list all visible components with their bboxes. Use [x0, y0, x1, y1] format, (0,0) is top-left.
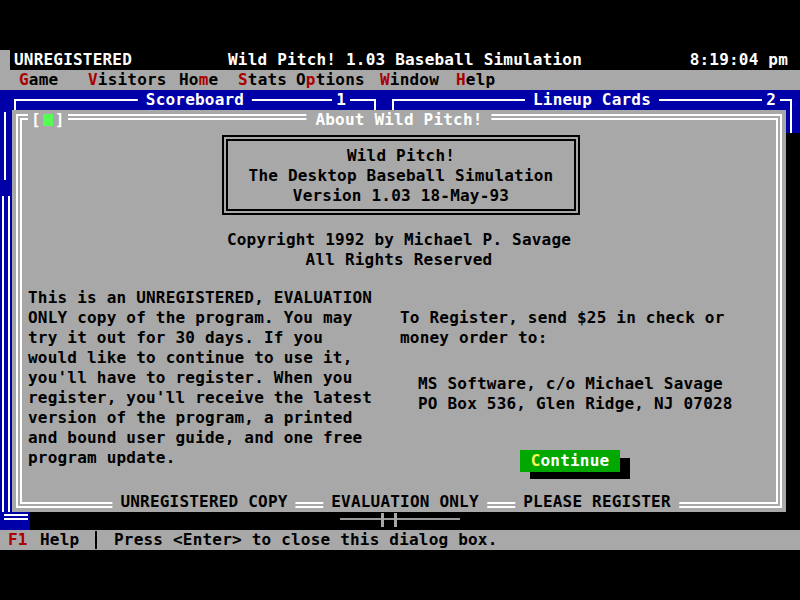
window-lineup-cards-titlebar[interactable]: Lineup Cards 2: [390, 90, 794, 110]
window-scoreboard-titlebar[interactable]: Scoreboard 1: [12, 90, 378, 110]
close-box-green-icon: [43, 114, 53, 126]
window-corner: [392, 99, 394, 110]
window-border-fragment: [2, 196, 10, 512]
dialog-shadow: [30, 512, 800, 530]
register-info-block: To Register, send $25 in check or money …: [400, 308, 770, 414]
menu-window[interactable]: Window: [380, 70, 439, 90]
dialog-title: About Wild Pitch!: [306, 110, 491, 130]
copyright-line: Copyright 1992 by Michael P. Savage: [12, 230, 786, 250]
menu-home[interactable]: Home: [179, 70, 218, 90]
dialog-close-button[interactable]: []: [28, 110, 68, 130]
status-message: Press <Enter> to close this dialog box.: [114, 530, 497, 550]
register-line-1: To Register, send $25 in check or: [400, 308, 770, 328]
window-number: 2: [762, 90, 780, 110]
menu-help[interactable]: Help: [456, 70, 495, 90]
window-border-fragment: [381, 513, 384, 527]
continue-button[interactable]: Continue: [520, 450, 620, 472]
help-label[interactable]: Help: [40, 530, 79, 550]
window-title-lineup-cards: Lineup Cards: [525, 90, 659, 110]
footer-please-register: PLEASE REGISTER: [515, 492, 679, 512]
menu-stats[interactable]: Stats: [238, 70, 287, 90]
menu-options[interactable]: Options: [296, 70, 365, 90]
copyright-block: Copyright 1992 by Michael P. Savage All …: [12, 230, 786, 270]
clock: 8:19:04 pm: [690, 50, 788, 70]
about-info-box: Wild Pitch! The Desktop Baseball Simulat…: [222, 135, 580, 215]
rights-line: All Rights Reserved: [12, 250, 786, 270]
desktop: Scoreboard 1 Lineup Cards 2 [] About Wil…: [0, 90, 800, 530]
footer-unregistered-copy: UNREGISTERED COPY: [112, 492, 295, 512]
window-border-fragment: [4, 112, 6, 180]
about-line-version: Version 1.03 18-May-93: [228, 186, 574, 206]
about-line-subtitle: The Desktop Baseball Simulation: [228, 166, 574, 186]
status-bar: F1 Help Press <Enter> to close this dial…: [0, 530, 800, 550]
app-title: Wild Pitch! 1.03 Baseball Simulation: [228, 50, 582, 70]
evaluation-notice-text: This is an UNREGISTERED, EVALUATION ONLY…: [28, 288, 400, 468]
menu-bar: Game Visitors Home Stats Options Window …: [0, 70, 800, 90]
window-border-fragment: [394, 513, 397, 527]
corner-block: [0, 50, 10, 70]
window-border-fragment: [398, 518, 460, 520]
window-corner: [790, 99, 792, 110]
registration-status: UNREGISTERED: [14, 50, 132, 70]
window-border-fragment: [790, 110, 792, 133]
f1-key-hint[interactable]: F1: [8, 530, 28, 550]
window-corner: [14, 99, 16, 110]
status-separator: [95, 531, 97, 549]
window-title-scoreboard: Scoreboard: [138, 90, 252, 110]
dialog-shadow: [786, 133, 800, 530]
title-bar: UNREGISTERED Wild Pitch! 1.03 Baseball S…: [0, 50, 800, 70]
menu-visitors[interactable]: Visitors: [88, 70, 167, 90]
about-dialog: [] About Wild Pitch! Wild Pitch! The Des…: [12, 110, 786, 512]
menu-game[interactable]: Game: [19, 70, 58, 90]
window-corner: [374, 99, 376, 110]
register-address-2: PO Box 536, Glen Ridge, NJ 07028: [400, 394, 770, 414]
register-line-2: money order to:: [400, 328, 770, 348]
about-line-app-name: Wild Pitch!: [228, 146, 574, 166]
register-address-1: MS Software, c/o Michael Savage: [400, 374, 770, 394]
window-border-fragment: [4, 514, 28, 520]
footer-evaluation-only: EVALUATION ONLY: [323, 492, 487, 512]
window-number: 1: [332, 90, 350, 110]
